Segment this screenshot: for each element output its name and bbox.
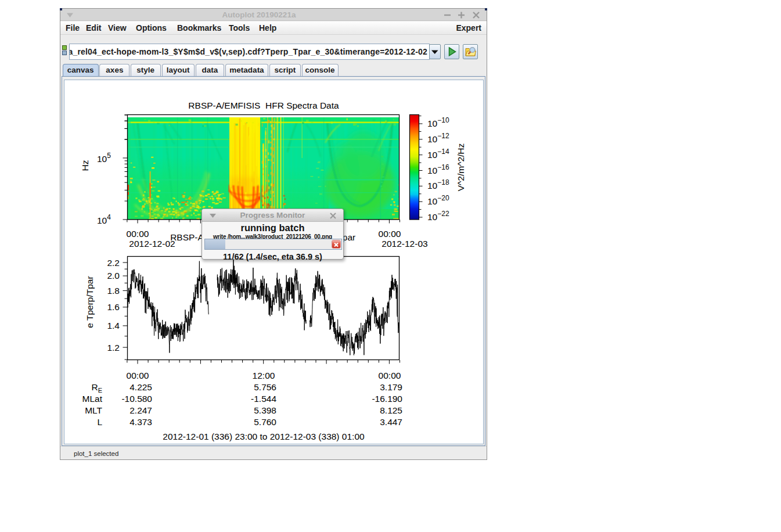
svg-text:5.398: 5.398 (254, 405, 276, 415)
svg-text:MLT: MLT (85, 405, 102, 415)
svg-text:RE: RE (91, 382, 102, 394)
svg-text:105: 105 (97, 152, 111, 164)
svg-text:2.0: 2.0 (107, 271, 120, 281)
svg-text:4.225: 4.225 (129, 382, 152, 392)
svg-text:00:00: 00:00 (127, 229, 149, 239)
svg-text:-16.190: -16.190 (372, 394, 402, 404)
svg-text:4.373: 4.373 (129, 417, 152, 427)
svg-text:3.179: 3.179 (380, 382, 402, 392)
svg-text:2012-12-01 (336) 23:00 to 2012: 2012-12-01 (336) 23:00 to 2012-12-03 (33… (163, 432, 365, 441)
svg-text:2.2: 2.2 (107, 258, 120, 268)
svg-text:5.756: 5.756 (254, 382, 276, 392)
svg-text:10−18: 10−18 (427, 178, 449, 190)
svg-text:00:00: 00:00 (379, 371, 401, 380)
svg-text:12:00: 12:00 (253, 371, 275, 380)
svg-text:RBSP-A/EMFISIS HFR Spectra Da: RBSP-A/EMFISIS HFR Spectra Data (188, 100, 339, 110)
svg-text:par: par (343, 232, 355, 242)
svg-text:Hz: Hz (80, 160, 90, 171)
svg-text:10−14: 10−14 (427, 148, 449, 160)
svg-text:00:00: 00:00 (127, 371, 149, 380)
svg-text:00:00: 00:00 (379, 229, 401, 239)
svg-text:L: L (97, 417, 102, 427)
svg-text:2012-12-02: 2012-12-02 (129, 239, 175, 249)
svg-text:-10.580: -10.580 (121, 394, 152, 404)
svg-text:10−12: 10−12 (427, 132, 449, 144)
svg-text:2012-12-03: 2012-12-03 (381, 239, 427, 249)
svg-text:1.2: 1.2 (107, 343, 120, 353)
svg-text:RBSP-A: RBSP-A (170, 232, 204, 242)
svg-text:1.8: 1.8 (107, 286, 120, 296)
svg-text:10−10: 10−10 (427, 116, 449, 128)
svg-text:1.4: 1.4 (107, 321, 120, 330)
svg-text:104: 104 (97, 213, 111, 225)
svg-text:V^2/m^2/Hz: V^2/m^2/Hz (456, 143, 466, 192)
svg-text:3.447: 3.447 (380, 417, 402, 427)
svg-text:10−20: 10−20 (427, 194, 449, 206)
svg-text:2.247: 2.247 (129, 405, 152, 415)
svg-text:10−22: 10−22 (427, 210, 449, 222)
svg-text:MLat: MLat (82, 394, 103, 404)
svg-text:1.6: 1.6 (107, 302, 120, 312)
svg-text:5.760: 5.760 (254, 417, 276, 427)
svg-text:-1.544: -1.544 (251, 394, 276, 404)
svg-text:e Tperp/Tpar: e Tperp/Tpar (85, 276, 95, 328)
svg-text:8.125: 8.125 (380, 405, 402, 415)
svg-text:10−16: 10−16 (427, 163, 449, 175)
